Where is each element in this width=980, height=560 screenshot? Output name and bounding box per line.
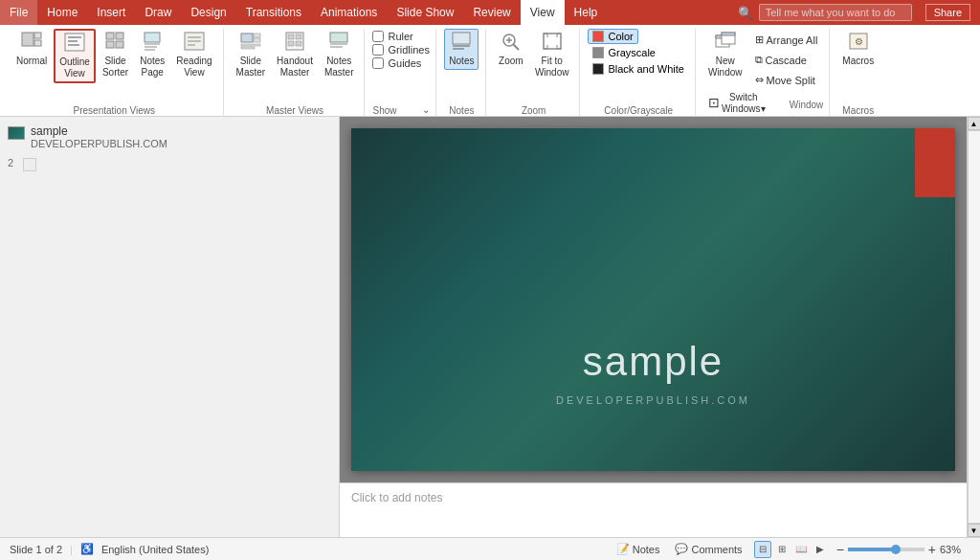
ribbon: Normal Outline View Slide Sorter (0, 25, 980, 117)
color-label: Color (608, 31, 633, 42)
window-right-buttons: ⊞ Arrange All ⧉ Cascade ⇔ Move Split (749, 29, 824, 89)
menu-design[interactable]: Design (181, 0, 235, 25)
window-group-label: Window (790, 98, 824, 110)
ruler-check[interactable] (372, 31, 384, 42)
btn-slide-master[interactable]: Slide Master (232, 29, 271, 81)
btn-notes-master[interactable]: Notes Master (320, 29, 359, 81)
zoom-buttons: Zoom Fit to Window (494, 29, 574, 103)
svg-rect-19 (241, 34, 253, 42)
notes-buttons: Notes (444, 29, 479, 103)
scroll-track[interactable] (968, 130, 981, 524)
view-reading-icon[interactable]: 📖 (792, 541, 810, 558)
view-slideshow-icon[interactable]: ▶ (812, 541, 829, 558)
menu-home[interactable]: Home (37, 0, 87, 25)
svg-rect-43 (722, 33, 735, 35)
svg-text:⚙: ⚙ (854, 36, 862, 47)
btn-outline-view[interactable]: Outline View (54, 29, 96, 83)
gridlines-check[interactable] (372, 44, 384, 56)
share-button[interactable]: Share (925, 4, 970, 21)
comments-status-btn[interactable]: 💬 Comments (671, 541, 746, 557)
btn-notes-page[interactable]: Notes Page (135, 29, 169, 81)
menu-view[interactable]: View (521, 0, 565, 25)
switch-windows-icon: ⊡ (708, 96, 720, 109)
ribbon-group-window: New Window ⊞ Arrange All ⧉ Cascade ⇔ Mov… (698, 29, 830, 116)
slide-canvas[interactable]: sample DEVELOPERPUBLISH.COM (340, 117, 967, 482)
gridlines-checkbox[interactable]: Gridlines (372, 44, 429, 56)
btn-handout-master[interactable]: Handout Master (272, 29, 318, 81)
ribbon-group-presentation-views: Normal Outline View Slide Sorter (6, 29, 224, 116)
menu-slideshow[interactable]: Slide Show (387, 0, 463, 25)
ribbon-group-color: Color Grayscale Black and White Color/Gr… (582, 29, 695, 116)
btn-switch-windows[interactable]: ⊡ SwitchWindows▾ (703, 91, 770, 116)
btn-color[interactable]: Color (588, 29, 637, 44)
arrange-all-label: Arrange All (767, 34, 818, 46)
cascade-icon: ⧉ (755, 54, 763, 66)
outline-view-label: Outline View (59, 56, 90, 79)
guides-check[interactable] (372, 57, 384, 69)
zoom-minus-btn[interactable]: − (836, 542, 844, 557)
show-label: Show (372, 103, 396, 116)
ribbon-content: Normal Outline View Slide Sorter (0, 25, 980, 120)
slide-info: Slide 1 of 2 (10, 544, 62, 555)
ribbon-group-master-views: Slide Master Handout Master Notes Master… (226, 29, 366, 116)
view-normal-icon[interactable]: ⊟ (754, 541, 771, 558)
svg-rect-3 (65, 34, 84, 51)
notes-btn-label: Notes (449, 56, 474, 67)
search-input[interactable] (759, 4, 912, 21)
zoom-slider-thumb[interactable] (891, 545, 901, 554)
fit-window-icon (542, 32, 563, 54)
ruler-checkbox[interactable]: Ruler (372, 31, 429, 42)
notes-area[interactable]: Click to add notes (340, 482, 967, 537)
menu-draw[interactable]: Draw (135, 0, 181, 25)
color-group-label: Color/Grayscale (604, 103, 673, 116)
menu-review[interactable]: Review (463, 0, 520, 25)
window-buttons: New Window ⊞ Arrange All ⧉ Cascade ⇔ Mov… (703, 29, 823, 91)
btn-new-window[interactable]: New Window (703, 29, 747, 81)
btn-notes[interactable]: Notes (444, 29, 479, 70)
btn-move-split[interactable]: ⇔ Move Split (749, 71, 824, 89)
svg-rect-11 (145, 33, 160, 42)
new-window-label: New Window (708, 56, 743, 78)
slide-main-title: sample (351, 339, 955, 385)
slide-1-title: sample (31, 124, 331, 138)
zoom-plus-btn[interactable]: + (928, 542, 936, 557)
main-area: sample DEVELOPERPUBLISH.COM 2 sample DEV… (0, 117, 980, 537)
presentation-views-buttons: Normal Outline View Slide Sorter (11, 29, 217, 103)
menu-insert[interactable]: Insert (87, 0, 135, 25)
reading-view-icon (184, 32, 205, 54)
view-sorter-icon[interactable]: ⊞ (773, 541, 791, 558)
new-window-icon (715, 32, 736, 54)
svg-rect-29 (330, 33, 347, 42)
btn-fit-window[interactable]: Fit to Window (530, 29, 574, 81)
btn-macros[interactable]: ⚙ Macros (837, 29, 879, 70)
zoom-slider[interactable] (848, 548, 924, 551)
grayscale-label: Grayscale (608, 47, 656, 58)
presentation-views-label: Presentation Views (74, 103, 155, 116)
btn-grayscale[interactable]: Grayscale (588, 45, 660, 60)
btn-arrange-all[interactable]: ⊞ Arrange All (749, 31, 824, 49)
notes-page-label: Notes Page (140, 56, 165, 78)
btn-reading-view[interactable]: Reading View (171, 29, 216, 81)
scroll-up-arrow[interactable]: ▲ (968, 117, 981, 130)
menu-help[interactable]: Help (565, 0, 608, 25)
btn-cascade[interactable]: ⧉ Cascade (749, 51, 824, 69)
slide-sorter-icon (105, 32, 126, 54)
menu-file[interactable]: File (0, 0, 37, 25)
btn-slide-sorter[interactable]: Slide Sorter (98, 29, 133, 81)
scroll-down-arrow[interactable]: ▼ (968, 524, 981, 537)
slide-1-thumb[interactable] (8, 126, 25, 140)
show-expand-icon[interactable]: ⌄ (422, 104, 430, 115)
zoom-label: Zoom (499, 56, 523, 67)
btn-normal[interactable]: Normal (11, 29, 52, 70)
btn-black-white[interactable]: Black and White (588, 61, 688, 77)
guides-checkbox[interactable]: Guides (372, 57, 429, 69)
notes-status-btn[interactable]: 📝 Notes (612, 541, 664, 557)
slide-master-icon (240, 32, 261, 54)
handout-master-icon (284, 32, 305, 54)
menu-transitions[interactable]: Transitions (236, 0, 311, 25)
btn-zoom[interactable]: Zoom (494, 29, 528, 70)
zoom-level[interactable]: 63% (940, 544, 970, 555)
menu-animations[interactable]: Animations (311, 0, 387, 25)
macros-label: Macros (842, 56, 874, 67)
svg-rect-28 (296, 41, 301, 46)
